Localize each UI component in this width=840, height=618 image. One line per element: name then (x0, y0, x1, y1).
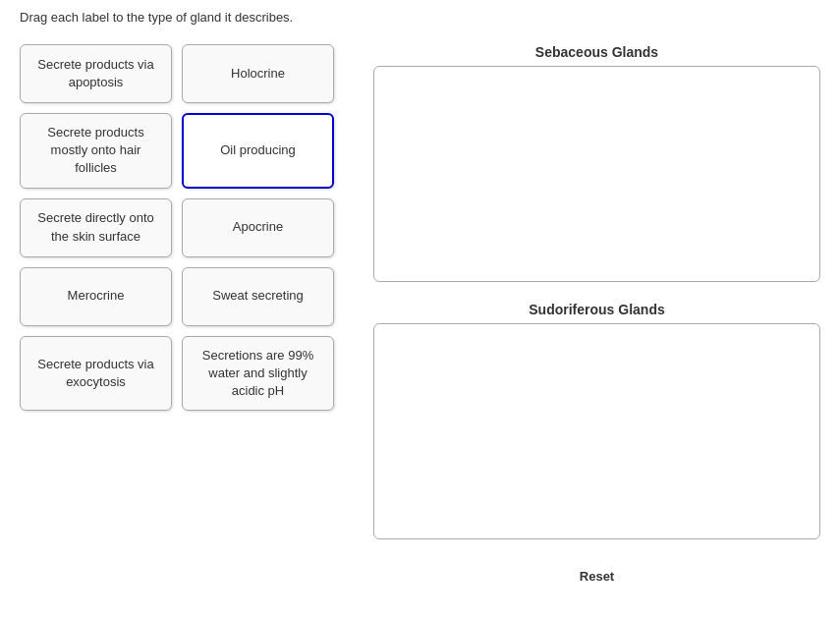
reset-row: Reset (373, 569, 820, 584)
main-layout: Secrete products via apoptosisHolocrineS… (20, 44, 820, 584)
label-7[interactable]: Merocrine (20, 267, 172, 326)
label-9[interactable]: Secrete products via exocytosis (20, 336, 172, 412)
drop-group-title-sudoriferous: Sudoriferous Glands (529, 302, 664, 317)
drop-zone-sebaceous[interactable] (373, 66, 820, 282)
label-4[interactable]: Oil producing (182, 113, 334, 189)
label-8[interactable]: Sweat secreting (182, 267, 334, 326)
drop-group-title-sebaceous: Sebaceous Glands (535, 44, 658, 60)
drop-group-sudoriferous: Sudoriferous Glands (373, 302, 820, 539)
instruction-text: Drag each label to the type of gland it … (20, 10, 820, 25)
label-3[interactable]: Secrete products mostly onto hair follic… (20, 113, 172, 189)
label-10[interactable]: Secretions are 99% water and slightly ac… (182, 336, 334, 412)
drop-zone-sudoriferous[interactable] (373, 323, 820, 539)
label-2[interactable]: Holocrine (182, 44, 334, 103)
drop-group-sebaceous: Sebaceous Glands (373, 44, 820, 282)
label-6[interactable]: Apocrine (182, 198, 334, 257)
drop-section: Sebaceous GlandsSudoriferous Glands Rese… (373, 44, 820, 584)
reset-button[interactable]: Reset (580, 569, 614, 584)
label-5[interactable]: Secrete directly onto the skin surface (20, 198, 172, 257)
label-1[interactable]: Secrete products via apoptosis (20, 44, 172, 103)
labels-section: Secrete products via apoptosisHolocrineS… (20, 44, 334, 584)
